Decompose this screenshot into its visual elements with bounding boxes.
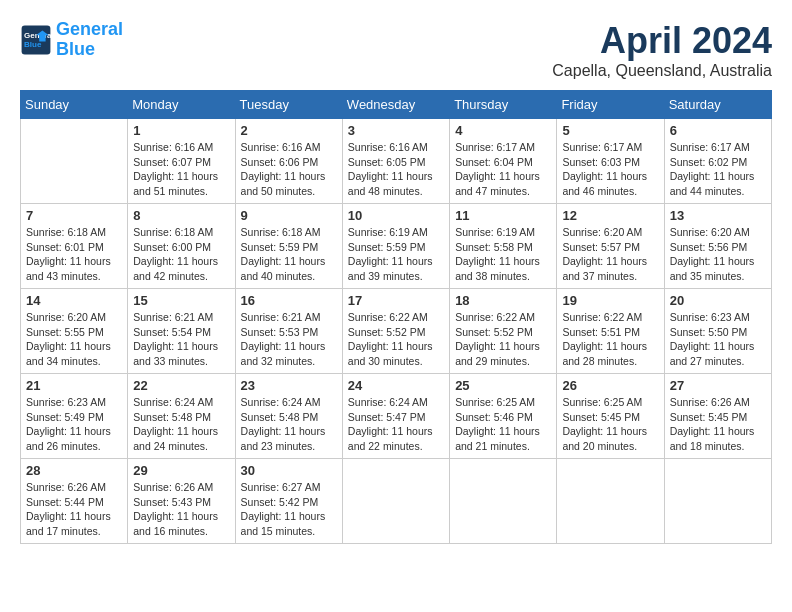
- week-row-5: 28Sunrise: 6:26 AMSunset: 5:44 PMDayligh…: [21, 459, 772, 544]
- day-info: Sunrise: 6:18 AMSunset: 6:01 PMDaylight:…: [26, 225, 122, 284]
- week-row-2: 7Sunrise: 6:18 AMSunset: 6:01 PMDaylight…: [21, 204, 772, 289]
- day-number: 13: [670, 208, 766, 223]
- calendar-cell: 26Sunrise: 6:25 AMSunset: 5:45 PMDayligh…: [557, 374, 664, 459]
- calendar-cell: [557, 459, 664, 544]
- day-info: Sunrise: 6:19 AMSunset: 5:59 PMDaylight:…: [348, 225, 444, 284]
- calendar-cell: 18Sunrise: 6:22 AMSunset: 5:52 PMDayligh…: [450, 289, 557, 374]
- day-number: 17: [348, 293, 444, 308]
- weekday-header-tuesday: Tuesday: [235, 91, 342, 119]
- day-number: 20: [670, 293, 766, 308]
- day-info: Sunrise: 6:23 AMSunset: 5:49 PMDaylight:…: [26, 395, 122, 454]
- day-info: Sunrise: 6:21 AMSunset: 5:53 PMDaylight:…: [241, 310, 337, 369]
- calendar-cell: 20Sunrise: 6:23 AMSunset: 5:50 PMDayligh…: [664, 289, 771, 374]
- logo-text: General Blue: [56, 20, 123, 60]
- page-header: General Blue General Blue April 2024 Cap…: [20, 20, 772, 80]
- week-row-1: 1Sunrise: 6:16 AMSunset: 6:07 PMDaylight…: [21, 119, 772, 204]
- day-info: Sunrise: 6:24 AMSunset: 5:47 PMDaylight:…: [348, 395, 444, 454]
- calendar-cell: 12Sunrise: 6:20 AMSunset: 5:57 PMDayligh…: [557, 204, 664, 289]
- logo-icon: General Blue: [20, 24, 52, 56]
- calendar-cell: 27Sunrise: 6:26 AMSunset: 5:45 PMDayligh…: [664, 374, 771, 459]
- day-number: 25: [455, 378, 551, 393]
- calendar-cell: [342, 459, 449, 544]
- day-number: 27: [670, 378, 766, 393]
- weekday-header-saturday: Saturday: [664, 91, 771, 119]
- day-number: 2: [241, 123, 337, 138]
- week-row-3: 14Sunrise: 6:20 AMSunset: 5:55 PMDayligh…: [21, 289, 772, 374]
- day-number: 14: [26, 293, 122, 308]
- day-number: 22: [133, 378, 229, 393]
- calendar-cell: 14Sunrise: 6:20 AMSunset: 5:55 PMDayligh…: [21, 289, 128, 374]
- day-number: 18: [455, 293, 551, 308]
- day-number: 21: [26, 378, 122, 393]
- day-info: Sunrise: 6:22 AMSunset: 5:51 PMDaylight:…: [562, 310, 658, 369]
- logo-line2: Blue: [56, 39, 95, 59]
- day-info: Sunrise: 6:19 AMSunset: 5:58 PMDaylight:…: [455, 225, 551, 284]
- day-info: Sunrise: 6:24 AMSunset: 5:48 PMDaylight:…: [133, 395, 229, 454]
- calendar-header: SundayMondayTuesdayWednesdayThursdayFrid…: [21, 91, 772, 119]
- day-info: Sunrise: 6:25 AMSunset: 5:46 PMDaylight:…: [455, 395, 551, 454]
- day-info: Sunrise: 6:25 AMSunset: 5:45 PMDaylight:…: [562, 395, 658, 454]
- day-number: 29: [133, 463, 229, 478]
- logo: General Blue General Blue: [20, 20, 123, 60]
- day-info: Sunrise: 6:27 AMSunset: 5:42 PMDaylight:…: [241, 480, 337, 539]
- day-number: 12: [562, 208, 658, 223]
- day-number: 10: [348, 208, 444, 223]
- day-number: 7: [26, 208, 122, 223]
- calendar-cell: 28Sunrise: 6:26 AMSunset: 5:44 PMDayligh…: [21, 459, 128, 544]
- day-number: 23: [241, 378, 337, 393]
- day-info: Sunrise: 6:22 AMSunset: 5:52 PMDaylight:…: [348, 310, 444, 369]
- calendar-cell: 24Sunrise: 6:24 AMSunset: 5:47 PMDayligh…: [342, 374, 449, 459]
- day-info: Sunrise: 6:21 AMSunset: 5:54 PMDaylight:…: [133, 310, 229, 369]
- day-number: 4: [455, 123, 551, 138]
- calendar-cell: 8Sunrise: 6:18 AMSunset: 6:00 PMDaylight…: [128, 204, 235, 289]
- title-area: April 2024 Capella, Queensland, Australi…: [552, 20, 772, 80]
- calendar-cell: 17Sunrise: 6:22 AMSunset: 5:52 PMDayligh…: [342, 289, 449, 374]
- day-number: 8: [133, 208, 229, 223]
- day-info: Sunrise: 6:20 AMSunset: 5:55 PMDaylight:…: [26, 310, 122, 369]
- calendar-cell: 4Sunrise: 6:17 AMSunset: 6:04 PMDaylight…: [450, 119, 557, 204]
- day-info: Sunrise: 6:16 AMSunset: 6:05 PMDaylight:…: [348, 140, 444, 199]
- week-row-4: 21Sunrise: 6:23 AMSunset: 5:49 PMDayligh…: [21, 374, 772, 459]
- day-number: 16: [241, 293, 337, 308]
- weekday-header-sunday: Sunday: [21, 91, 128, 119]
- calendar-cell: 3Sunrise: 6:16 AMSunset: 6:05 PMDaylight…: [342, 119, 449, 204]
- day-info: Sunrise: 6:16 AMSunset: 6:07 PMDaylight:…: [133, 140, 229, 199]
- day-number: 6: [670, 123, 766, 138]
- day-number: 28: [26, 463, 122, 478]
- month-title: April 2024: [552, 20, 772, 62]
- calendar-cell: 19Sunrise: 6:22 AMSunset: 5:51 PMDayligh…: [557, 289, 664, 374]
- day-number: 11: [455, 208, 551, 223]
- calendar-cell: 11Sunrise: 6:19 AMSunset: 5:58 PMDayligh…: [450, 204, 557, 289]
- calendar-cell: 29Sunrise: 6:26 AMSunset: 5:43 PMDayligh…: [128, 459, 235, 544]
- calendar-cell: 10Sunrise: 6:19 AMSunset: 5:59 PMDayligh…: [342, 204, 449, 289]
- day-info: Sunrise: 6:26 AMSunset: 5:45 PMDaylight:…: [670, 395, 766, 454]
- calendar-cell: 9Sunrise: 6:18 AMSunset: 5:59 PMDaylight…: [235, 204, 342, 289]
- day-info: Sunrise: 6:18 AMSunset: 6:00 PMDaylight:…: [133, 225, 229, 284]
- calendar-cell: 22Sunrise: 6:24 AMSunset: 5:48 PMDayligh…: [128, 374, 235, 459]
- calendar-cell: [21, 119, 128, 204]
- day-info: Sunrise: 6:18 AMSunset: 5:59 PMDaylight:…: [241, 225, 337, 284]
- logo-line1: General: [56, 19, 123, 39]
- calendar-table: SundayMondayTuesdayWednesdayThursdayFrid…: [20, 90, 772, 544]
- calendar-body: 1Sunrise: 6:16 AMSunset: 6:07 PMDaylight…: [21, 119, 772, 544]
- calendar-cell: 16Sunrise: 6:21 AMSunset: 5:53 PMDayligh…: [235, 289, 342, 374]
- calendar-cell: 15Sunrise: 6:21 AMSunset: 5:54 PMDayligh…: [128, 289, 235, 374]
- day-number: 1: [133, 123, 229, 138]
- day-info: Sunrise: 6:17 AMSunset: 6:03 PMDaylight:…: [562, 140, 658, 199]
- day-number: 24: [348, 378, 444, 393]
- calendar-cell: 25Sunrise: 6:25 AMSunset: 5:46 PMDayligh…: [450, 374, 557, 459]
- day-number: 26: [562, 378, 658, 393]
- day-info: Sunrise: 6:17 AMSunset: 6:04 PMDaylight:…: [455, 140, 551, 199]
- calendar-cell: 23Sunrise: 6:24 AMSunset: 5:48 PMDayligh…: [235, 374, 342, 459]
- weekday-header-monday: Monday: [128, 91, 235, 119]
- day-info: Sunrise: 6:23 AMSunset: 5:50 PMDaylight:…: [670, 310, 766, 369]
- day-number: 15: [133, 293, 229, 308]
- calendar-cell: 13Sunrise: 6:20 AMSunset: 5:56 PMDayligh…: [664, 204, 771, 289]
- day-info: Sunrise: 6:20 AMSunset: 5:57 PMDaylight:…: [562, 225, 658, 284]
- day-info: Sunrise: 6:17 AMSunset: 6:02 PMDaylight:…: [670, 140, 766, 199]
- day-number: 30: [241, 463, 337, 478]
- calendar-cell: 2Sunrise: 6:16 AMSunset: 6:06 PMDaylight…: [235, 119, 342, 204]
- day-number: 3: [348, 123, 444, 138]
- calendar-cell: 6Sunrise: 6:17 AMSunset: 6:02 PMDaylight…: [664, 119, 771, 204]
- location-title: Capella, Queensland, Australia: [552, 62, 772, 80]
